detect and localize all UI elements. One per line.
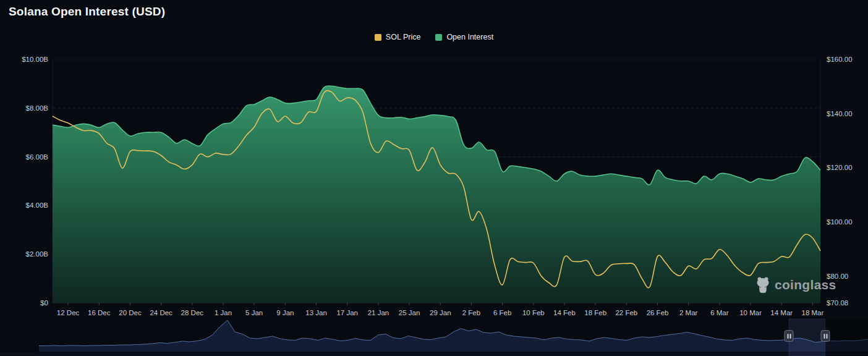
x-axis-tick-label: 6 Feb bbox=[493, 309, 511, 316]
right-axis-tick-label: $70.08 bbox=[827, 299, 848, 307]
x-axis-tick-label: 5 Jan bbox=[245, 309, 263, 316]
open-interest-swatch-icon bbox=[435, 34, 442, 41]
x-axis-tick-label: 10 Mar bbox=[739, 309, 762, 316]
left-axis-tick-label: $0 bbox=[5, 299, 48, 307]
x-axis-tick-label: 2 Mar bbox=[679, 309, 697, 316]
sol-price-swatch-icon bbox=[375, 34, 381, 41]
x-axis-tick-label: 18 Mar bbox=[802, 309, 824, 316]
x-axis-tick-label: 20 Dec bbox=[119, 309, 141, 316]
legend-label-sol-price: SOL Price bbox=[386, 33, 421, 41]
x-axis-tick-label: 6 Mar bbox=[710, 309, 728, 316]
left-axis-tick-label: $6.00B bbox=[5, 153, 48, 161]
legend: SOL Price Open Interest bbox=[0, 33, 868, 41]
legend-label-open-interest: Open Interest bbox=[446, 33, 493, 41]
left-axis-tick-label: $4.00B bbox=[5, 201, 48, 209]
x-axis-tick-label: 25 Jan bbox=[399, 309, 420, 316]
navigator-right-handle[interactable] bbox=[821, 330, 830, 342]
x-axis-tick-label: 1 Jan bbox=[215, 309, 232, 316]
x-axis-tick-label: 21 Jan bbox=[368, 309, 389, 316]
left-axis-tick-label: $10.00B bbox=[5, 56, 48, 63]
x-axis-tick-label: 12 Dec bbox=[57, 309, 79, 316]
x-axis-tick-label: 28 Dec bbox=[181, 309, 203, 316]
x-axis-tick-label: 18 Feb bbox=[584, 309, 606, 316]
x-axis-tick-label: 14 Mar bbox=[770, 309, 793, 316]
x-axis-tick-label: 26 Feb bbox=[647, 309, 669, 316]
left-axis-tick-label: $8.00B bbox=[5, 104, 48, 112]
right-axis-tick-label: $160.00 bbox=[827, 56, 853, 63]
x-axis-tick-label: 9 Jan bbox=[276, 309, 294, 316]
navigator-right-mask bbox=[825, 319, 868, 356]
left-axis-tick-label: $2.00B bbox=[5, 250, 48, 258]
x-axis-tick-label: 16 Dec bbox=[88, 309, 110, 316]
x-axis-tick-label: 22 Feb bbox=[615, 309, 637, 316]
x-axis-tick-label: 13 Jan bbox=[305, 309, 327, 316]
x-axis-tick-label: 17 Jan bbox=[336, 309, 358, 316]
x-axis-tick-label: 10 Feb bbox=[522, 309, 545, 316]
right-axis-tick-label: $100.00 bbox=[827, 218, 853, 226]
legend-item-sol-price[interactable]: SOL Price bbox=[375, 33, 421, 41]
right-axis-tick-label: $120.00 bbox=[827, 164, 853, 171]
right-axis-tick-label: $140.00 bbox=[827, 110, 853, 117]
open-interest-area bbox=[53, 86, 820, 303]
x-axis-tick-label: 2 Feb bbox=[462, 309, 480, 316]
coinglass-wordmark: coinglass bbox=[775, 278, 836, 292]
coinglass-chart-page: Solana Open Interest (USD) SOL Price Ope… bbox=[0, 0, 868, 356]
coinglass-watermark: coinglass bbox=[755, 276, 836, 294]
x-axis-tick-label: 29 Jan bbox=[430, 309, 451, 316]
navigator[interactable] bbox=[0, 319, 868, 356]
navigator-area bbox=[39, 320, 868, 352]
chart-canvas[interactable] bbox=[0, 0, 868, 356]
navigator-left-handle[interactable] bbox=[785, 330, 794, 342]
legend-item-open-interest[interactable]: Open Interest bbox=[435, 33, 493, 41]
coinglass-logo-icon bbox=[755, 276, 770, 294]
navigator-selection[interactable] bbox=[789, 319, 825, 356]
x-axis-ticks bbox=[68, 303, 812, 305]
x-axis-tick-label: 24 Dec bbox=[150, 309, 172, 316]
x-axis-tick-label: 14 Feb bbox=[553, 309, 576, 316]
